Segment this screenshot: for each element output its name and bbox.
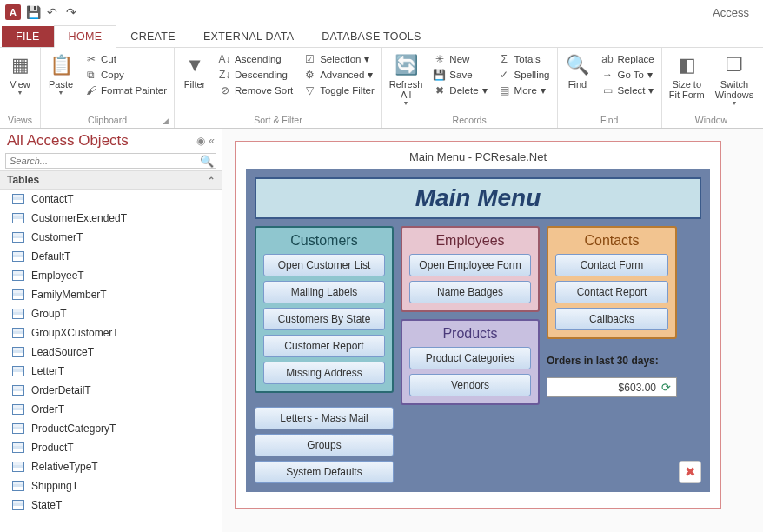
nav-item-label: RelativeTypeT bbox=[31, 461, 98, 473]
tables-group-header[interactable]: Tables ⌃ bbox=[0, 170, 222, 190]
fit-form-icon: ◧ bbox=[674, 51, 699, 79]
nav-item-label: EmployeeT bbox=[31, 269, 84, 282]
group-label: Views bbox=[3, 113, 36, 128]
dialog-launcher-icon[interactable]: ◢ bbox=[163, 116, 169, 125]
nav-table-item[interactable]: ProductCategoryT bbox=[0, 419, 222, 438]
view-icon: ▦ bbox=[8, 51, 32, 79]
undo-icon[interactable]: ↶ bbox=[45, 5, 59, 19]
save-record-button[interactable]: 💾Save bbox=[429, 67, 490, 82]
view-button[interactable]: ▦ View ▼ bbox=[3, 50, 36, 97]
nav-table-item[interactable]: EmployeeT bbox=[0, 266, 222, 285]
products-button[interactable]: Vendors bbox=[409, 374, 531, 396]
contacts-button[interactable]: Callbacks bbox=[555, 308, 668, 330]
extra-button[interactable]: System Defaults bbox=[255, 461, 394, 483]
customers-button[interactable]: Mailing Labels bbox=[263, 281, 385, 303]
chevron-up-icon: ⌃ bbox=[208, 176, 215, 185]
table-icon bbox=[12, 328, 24, 338]
nav-menu-icon[interactable]: ◉ bbox=[196, 135, 205, 147]
switch-windows-button[interactable]: ❐ Switch Windows ▼ bbox=[712, 50, 758, 108]
nav-table-item[interactable]: FamilyMemberT bbox=[0, 285, 222, 304]
size-to-fit-button[interactable]: ◧ Size to Fit Form bbox=[666, 50, 708, 102]
employees-button[interactable]: Open Employee Form bbox=[409, 254, 531, 276]
new-icon: ✳ bbox=[433, 52, 446, 65]
new-button[interactable]: ✳New bbox=[429, 51, 490, 66]
toggle-filter-button[interactable]: ▽Toggle Filter bbox=[300, 83, 378, 97]
redo-icon[interactable]: ↷ bbox=[64, 5, 78, 19]
nav-item-label: CustomerExtendedT bbox=[31, 212, 127, 224]
search-icon[interactable]: 🔍 bbox=[198, 155, 216, 168]
nav-item-label: StateT bbox=[31, 499, 62, 511]
cut-button[interactable]: ✂Cut bbox=[81, 51, 170, 66]
customers-button[interactable]: Customers By State bbox=[263, 308, 385, 330]
remove-sort-button[interactable]: ⊘Remove Sort bbox=[215, 83, 296, 97]
nav-table-item[interactable]: RelativeTypeT bbox=[0, 457, 222, 476]
nav-table-item[interactable]: ContactT bbox=[0, 190, 222, 209]
close-form-button[interactable]: ✖ bbox=[679, 461, 701, 483]
contacts-button[interactable]: Contact Form bbox=[555, 254, 668, 276]
nav-table-item[interactable]: ProductT bbox=[0, 438, 222, 457]
search-input[interactable] bbox=[6, 154, 198, 168]
panel-title: Employees bbox=[409, 233, 531, 249]
advanced-button[interactable]: ⚙Advanced ▾ bbox=[300, 67, 378, 82]
nav-table-item[interactable]: ShippingT bbox=[0, 476, 222, 495]
spelling-button[interactable]: ✓Spelling bbox=[494, 67, 554, 82]
orders-value: $603.00 bbox=[619, 382, 656, 394]
goto-button[interactable]: →Go To ▾ bbox=[598, 67, 658, 82]
extra-button[interactable]: Groups bbox=[255, 434, 394, 456]
select-button[interactable]: ▭Select ▾ bbox=[598, 83, 658, 97]
table-icon bbox=[12, 462, 24, 472]
nav-table-item[interactable]: StateT bbox=[0, 495, 222, 515]
nav-table-item[interactable]: GroupXCustomerT bbox=[0, 323, 222, 342]
employees-button[interactable]: Name Badges bbox=[409, 281, 531, 303]
nav-table-item[interactable]: LetterT bbox=[0, 362, 222, 381]
delete-button[interactable]: ✖Delete ▾ bbox=[429, 83, 490, 97]
refresh-all-button[interactable]: 🔄 Refresh All ▼ bbox=[386, 50, 427, 108]
save-icon[interactable]: 💾 bbox=[26, 5, 40, 19]
tab-external-data[interactable]: EXTERNAL DATA bbox=[189, 26, 308, 47]
contacts-button[interactable]: Contact Report bbox=[555, 281, 668, 303]
customers-button[interactable]: Customer Report bbox=[263, 335, 385, 357]
customers-button[interactable]: Open Customer List bbox=[263, 254, 385, 276]
nav-table-item[interactable]: LeadSourceT bbox=[0, 342, 222, 362]
copy-button[interactable]: ⧉Copy bbox=[81, 67, 170, 82]
nav-item-label: DefaultT bbox=[31, 250, 70, 263]
replace-button[interactable]: abReplace bbox=[598, 51, 658, 66]
paste-icon: 📋 bbox=[49, 51, 73, 79]
tab-home[interactable]: HOME bbox=[54, 25, 117, 48]
refresh-orders-icon[interactable]: ⟳ bbox=[661, 381, 671, 394]
navigation-pane: All Access Objects ◉ « 🔍 Tables ⌃ Contac… bbox=[0, 129, 222, 532]
products-panel: Products Product CategoriesVendors bbox=[401, 319, 540, 405]
table-icon bbox=[12, 366, 24, 376]
nav-table-item[interactable]: CustomerExtendedT bbox=[0, 209, 222, 228]
format-painter-button[interactable]: 🖌Format Painter bbox=[81, 83, 170, 97]
totals-button[interactable]: ΣTotals bbox=[494, 51, 554, 66]
spelling-icon: ✓ bbox=[498, 68, 511, 81]
find-button[interactable]: 🔍 Find bbox=[561, 50, 594, 91]
nav-table-item[interactable]: CustomerT bbox=[0, 228, 222, 247]
form-window-title: Main Menu - PCResale.Net bbox=[246, 150, 710, 163]
nav-table-item[interactable]: DefaultT bbox=[0, 247, 222, 266]
customers-button[interactable]: Missing Address bbox=[263, 362, 385, 384]
extra-button[interactable]: Letters - Mass Mail bbox=[255, 407, 394, 429]
tab-create[interactable]: CREATE bbox=[116, 26, 189, 47]
selection-button[interactable]: ☑Selection ▾ bbox=[300, 51, 378, 66]
nav-table-item[interactable]: GroupT bbox=[0, 304, 222, 323]
descending-button[interactable]: Z↓Descending bbox=[215, 67, 296, 82]
group-views: ▦ View ▼ Views bbox=[0, 48, 41, 128]
tab-database-tools[interactable]: DATABASE TOOLS bbox=[308, 26, 435, 47]
group-label: Sort & Filter bbox=[178, 113, 378, 128]
ascending-button[interactable]: A↓Ascending bbox=[215, 51, 296, 66]
table-icon bbox=[12, 213, 24, 223]
nav-object-list[interactable]: ContactTCustomerExtendedTCustomerTDefaul… bbox=[0, 190, 222, 532]
nav-table-item[interactable]: OrderDetailT bbox=[0, 381, 222, 400]
products-button[interactable]: Product Categories bbox=[409, 347, 531, 369]
nav-table-item[interactable]: OrderT bbox=[0, 400, 222, 419]
nav-item-label: CustomerT bbox=[31, 231, 83, 243]
sort-asc-icon: A↓ bbox=[218, 52, 231, 65]
nav-collapse-icon[interactable]: « bbox=[209, 135, 215, 147]
nav-header[interactable]: All Access Objects ◉ « bbox=[0, 129, 222, 151]
filter-button[interactable]: ▼ Filter bbox=[178, 50, 211, 91]
tab-file[interactable]: FILE bbox=[2, 26, 54, 47]
paste-button[interactable]: 📋 Paste ▼ bbox=[44, 50, 77, 97]
more-button[interactable]: ▤More ▾ bbox=[494, 83, 554, 97]
